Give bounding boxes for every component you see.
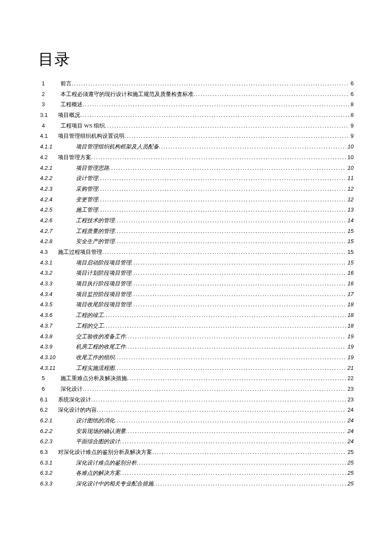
- toc-entry-page: 15: [346, 226, 354, 237]
- toc-leader-dots: ........................................…: [91, 395, 346, 405]
- toc-entry[interactable]: 6深化设计...................................…: [38, 384, 354, 395]
- toc-entry-number: 1: [38, 78, 57, 89]
- toc-entry[interactable]: 6.3.2各难点的解决方案...........................…: [38, 468, 354, 479]
- toc-entry-page: 17: [346, 289, 354, 300]
- toc-leader-dots: ........................................…: [115, 352, 346, 363]
- toc-entry-page: 25: [346, 447, 354, 458]
- toc-entry[interactable]: 2本工程必须遵守的现行设计和施工规范及质量检查标准...............…: [38, 89, 354, 100]
- toc-entry[interactable]: 4.3.11工程实施流程图...........................…: [38, 363, 354, 374]
- toc-entry-page: 8: [349, 99, 354, 110]
- toc-entry-number: 6.3.1: [38, 458, 67, 468]
- toc-entry-page: 19: [346, 331, 354, 342]
- toc-entry-label: 项目监控阶段项目管理: [67, 289, 131, 300]
- toc-entry[interactable]: 6.2.2安装现场的确认测量..........................…: [38, 426, 354, 437]
- toc-entry[interactable]: 4.3.3项目执行阶段项目管理.........................…: [38, 279, 354, 289]
- toc-entry[interactable]: 4工程项目 WS 组织.............................…: [38, 121, 354, 131]
- toc-entry[interactable]: 6.2.3平面综合图的设计...........................…: [38, 436, 354, 447]
- toc-leader-dots: ........................................…: [72, 78, 349, 89]
- toc-entry-label: 深化设计: [57, 384, 83, 395]
- toc-entry-page: 24: [346, 405, 354, 416]
- toc-leader-dots: ........................................…: [83, 384, 346, 395]
- toc-entry-label: 深化设计中的相关专业配合措施: [67, 479, 153, 489]
- toc-entry-number: 4.3.3: [38, 279, 67, 289]
- toc-entry-page: 25: [346, 479, 354, 489]
- toc-leader-dots: ........................................…: [115, 226, 346, 237]
- toc-entry-number: 4.2.6: [38, 215, 67, 226]
- toc-leader-dots: ........................................…: [104, 310, 346, 321]
- toc-entry[interactable]: 5施工重难点分析及解决措施...........................…: [38, 373, 354, 384]
- toc-entry-page: 18: [346, 310, 354, 321]
- toc-entry[interactable]: 4.2.5施工管理...............................…: [38, 205, 354, 215]
- toc-leader-dots: ........................................…: [120, 468, 346, 479]
- toc-entry-label: 设计图纸的消化: [67, 416, 115, 426]
- toc-entry[interactable]: 4.2.6工程技术的管理............................…: [38, 215, 354, 226]
- toc-entry[interactable]: 4.3.6工程的竣工..............................…: [38, 310, 354, 321]
- toc-entry-label: 设计管理: [67, 173, 98, 184]
- toc-entry[interactable]: 3.1项目概况.................................…: [38, 110, 354, 121]
- toc-entry[interactable]: 4.2.3采购管理...............................…: [38, 184, 354, 195]
- toc-entry[interactable]: 4.3.1项目启动阶段项目管理.........................…: [38, 258, 354, 268]
- toc-entry[interactable]: 4.2.4变更管理...............................…: [38, 195, 354, 205]
- toc-entry[interactable]: 4.3.2项目计划阶段项目管理.........................…: [38, 268, 354, 279]
- toc-entry-number: 6: [38, 384, 57, 395]
- toc-entry[interactable]: 4.3施工过程项目管理.............................…: [38, 247, 354, 258]
- toc-entry-number: 4.2.2: [38, 173, 67, 184]
- toc-entry[interactable]: 4.2项目管理方案...............................…: [38, 152, 354, 163]
- toc-entry-label: 施工重难点分析及解决措施: [57, 373, 127, 384]
- toc-entry-page: 10: [346, 142, 354, 152]
- toc-entry[interactable]: 4.3.10收尾工作的组织...........................…: [38, 352, 354, 363]
- toc-entry-number: 4.3.4: [38, 289, 67, 300]
- toc-entry[interactable]: 1前言.....................................…: [38, 78, 354, 89]
- toc-leader-dots: ........................................…: [98, 195, 346, 205]
- toc-entry[interactable]: 4.1项目管理组织机构设置说明.........................…: [38, 131, 354, 142]
- toc-entry-page: 18: [346, 321, 354, 331]
- toc-leader-dots: ........................................…: [131, 299, 346, 310]
- toc-entry-number: 6.3.2: [38, 468, 67, 479]
- toc-entry[interactable]: 4.2.8安全生产的管理............................…: [38, 236, 354, 247]
- toc-entry[interactable]: 4.2.1项目管理思路.............................…: [38, 163, 354, 174]
- toc-entry-page: 24: [346, 416, 354, 426]
- toc-entry[interactable]: 6.3.3深化设计中的相关专业配合措施.....................…: [38, 479, 354, 489]
- toc-entry[interactable]: 4.3.7工程的交工..............................…: [38, 321, 354, 331]
- toc-entry[interactable]: 6.2深化设计的内容..............................…: [38, 405, 354, 416]
- toc-entry-label: 各难点的解决方案: [67, 468, 120, 479]
- toc-entry[interactable]: 6.2.1设计图纸的消化............................…: [38, 416, 354, 426]
- toc-entry[interactable]: 6.1系统深化设计...............................…: [38, 395, 354, 405]
- toc-leader-dots: ........................................…: [115, 416, 346, 426]
- toc-entry[interactable]: 4.3.5项目收尾阶段项目管理.........................…: [38, 299, 354, 310]
- toc-leader-dots: ........................................…: [115, 215, 346, 226]
- toc-entry-page: 23: [346, 395, 354, 405]
- toc-entry[interactable]: 4.3.4项目监控阶段项目管理.........................…: [38, 289, 354, 300]
- toc-entry[interactable]: 4.3.9机房工程的收尾工作..........................…: [38, 342, 354, 352]
- toc-entry-page: 24: [346, 436, 354, 447]
- toc-entry[interactable]: 3工程概述...................................…: [38, 99, 354, 110]
- toc-entry-number: 4.3.10: [38, 352, 67, 363]
- toc-entry-label: 项目管理方案: [58, 152, 91, 163]
- toc-entry-page: 25: [346, 458, 354, 468]
- toc-heading: 目录: [38, 49, 354, 70]
- toc-leader-dots: ........................................…: [102, 247, 346, 258]
- toc-entry-page: 15: [346, 236, 354, 247]
- toc-entry-number: 4.2.7: [38, 226, 67, 237]
- toc-entry-number: 4.2.1: [38, 163, 67, 174]
- toc-entry-page: 16: [346, 279, 354, 289]
- toc-entry-label: 前言: [57, 78, 72, 89]
- toc-entry[interactable]: 6.3对深化设计难点的鉴别分析及解决方案....................…: [38, 447, 354, 458]
- toc-entry-label: 施工过程项目管理: [58, 247, 102, 258]
- toc-entry-label: 项目概况: [58, 110, 80, 121]
- toc-entry[interactable]: 6.3.1深化设计难点的鉴别分析........................…: [38, 458, 354, 468]
- toc-entry-label: 项目执行阶段项目管理: [67, 279, 131, 289]
- toc-entry[interactable]: 4.3.8交工验收的准备工作..........................…: [38, 331, 354, 342]
- toc-entry-page: 6: [349, 89, 354, 100]
- toc-entry-page: 12: [346, 195, 354, 205]
- toc-entry[interactable]: 4.1.1项目管理组织机构框架及人员配备....................…: [38, 142, 354, 152]
- toc-leader-dots: ........................................…: [97, 405, 346, 416]
- toc-entry-number: 4.2.5: [38, 205, 67, 215]
- toc-leader-dots: ........................................…: [98, 173, 346, 184]
- toc-entry-page: 6: [349, 78, 354, 89]
- toc-entry[interactable]: 4.2.2设计管理...............................…: [38, 173, 354, 184]
- toc-entry-label: 工程实施流程图: [67, 363, 115, 374]
- toc-entry-page: 12: [346, 184, 354, 195]
- toc-entry[interactable]: 4.2.7工程质量的管理............................…: [38, 226, 354, 237]
- toc-entry-number: 4.3.7: [38, 321, 67, 331]
